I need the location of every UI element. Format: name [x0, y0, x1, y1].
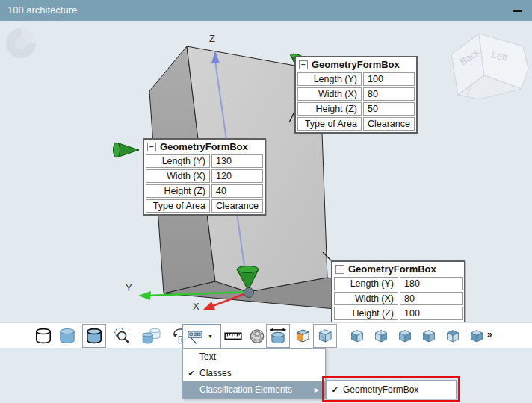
annotation-labels-dropdown-button[interactable]: ▼	[182, 324, 221, 349]
dropdown-arrow-icon: ▼	[208, 334, 213, 339]
submenu-item-label: GeometryFormBox	[343, 384, 418, 395]
table-row: Width (X)80	[297, 87, 415, 101]
box-transparent-button[interactable]	[313, 324, 337, 348]
ruler-measure-icon	[223, 326, 243, 346]
x-axis-arrowhead	[202, 302, 215, 310]
check-icon: ✔	[327, 385, 343, 395]
zoom-region-button[interactable]	[109, 324, 133, 348]
cylinder-dimension-icon	[268, 326, 288, 346]
cylinder-solid-icon	[58, 326, 77, 346]
callout3-title: GeometryFormBox	[348, 263, 436, 275]
cylinder-solid-outlined-icon	[84, 326, 104, 346]
cube-style-6-icon	[468, 327, 486, 345]
app-window: { "window": { "title": "100 architecture…	[0, 0, 532, 403]
callout2-header: − GeometryFormBox	[144, 140, 265, 153]
menu-item-classes[interactable]: ✔ Classes	[183, 365, 325, 381]
table-row: Height (Z)50	[297, 102, 415, 116]
cube-style-2-icon	[372, 327, 390, 345]
table-row: Type of AreaClearance	[146, 199, 263, 213]
cube-style-4-button[interactable]	[417, 324, 441, 348]
menu-item-classification-elements[interactable]: Classification Elements ▶	[183, 381, 325, 398]
table-row: Width (X)80	[334, 292, 463, 305]
transparency-cylinders-icon	[141, 326, 161, 346]
menu-item-label: Text	[200, 352, 216, 362]
submenu-item-geometryformbox[interactable]: ✔ GeometryFormBox	[327, 381, 456, 399]
cylinder-wireframe-icon	[34, 326, 53, 346]
cube-style-5-button[interactable]	[441, 324, 465, 348]
annotation-labels-icon	[185, 327, 205, 346]
callout1-header: − GeometryFormBox	[296, 57, 416, 71]
box-transparent-icon	[315, 326, 335, 346]
callout1-title: GeometryFormBox	[312, 59, 400, 70]
menu-item-text[interactable]: Text	[183, 349, 325, 365]
title-bar: 100 architecture	[0, 0, 532, 21]
y-axis-label: Y	[126, 282, 132, 293]
classification-elements-submenu: ✔ GeometryFormBox	[326, 380, 457, 399]
cylinder-solid-outlined-button[interactable]	[82, 324, 106, 348]
callout2-title: GeometryFormBox	[160, 141, 248, 152]
table-row: Length (Y)130	[146, 154, 263, 168]
table-row: Type of AreaClearance	[297, 117, 415, 131]
origin-sphere	[244, 288, 254, 298]
cube-style-2-button[interactable]	[369, 324, 393, 348]
callout1-rows: Length (Y)100 Width (X)80 Height (Z)50 T…	[296, 71, 416, 132]
box-solid-orange-button[interactable]	[291, 324, 315, 348]
window-title: 100 architecture	[7, 4, 77, 16]
check-icon: ✔	[183, 369, 200, 378]
labels-dropdown-menu: Text ✔ Classes Classification Elements ▶	[182, 348, 326, 399]
cube-style-3-button[interactable]	[393, 324, 417, 348]
table-row: Length (Y)100	[297, 72, 415, 86]
cube-style-4-icon	[420, 327, 438, 345]
bottom-toolbar: ▼	[0, 322, 532, 348]
ruler-measure-button[interactable]	[221, 324, 245, 348]
x-axis-label: X	[193, 301, 200, 312]
table-row: Height (Z)100	[334, 307, 463, 320]
cube-style-6-button[interactable]	[465, 324, 489, 348]
table-row: Width (X)120	[146, 169, 263, 183]
menu-item-label: Classification Elements	[200, 384, 292, 395]
box-solid-orange-icon	[293, 326, 312, 346]
y-axis-arrowhead	[138, 291, 151, 300]
submenu-arrow-icon: ▶	[315, 387, 319, 393]
callout3-header: − GeometryFormBox	[332, 262, 464, 275]
viewport-3d[interactable]: Back Left Bottom Z Y X	[0, 21, 532, 322]
callout2-rows: Length (Y)130 Width (X)120 Height (Z)40 …	[144, 153, 265, 214]
anchor-cone-left	[114, 143, 140, 157]
cube-style-5-icon	[444, 327, 462, 345]
cube-style-1-button[interactable]	[345, 324, 369, 348]
collapse-icon[interactable]: −	[335, 265, 344, 274]
zoom-region-icon	[111, 326, 131, 346]
cube-style-3-icon	[396, 327, 414, 345]
cylinder-solid-button[interactable]	[55, 324, 79, 348]
cube-style-1-icon	[348, 327, 366, 345]
callout-table-1: − GeometryFormBox Length (Y)100 Width (X…	[294, 56, 418, 134]
mesh-sphere-icon	[247, 326, 267, 346]
menu-item-label: Classes	[200, 368, 232, 378]
collapse-icon[interactable]: −	[147, 143, 156, 151]
cylinder-wireframe-button[interactable]	[31, 324, 55, 348]
table-row: Height (Z)40	[146, 184, 263, 198]
z-axis-label: Z	[209, 33, 215, 44]
cylinder-dimension-button[interactable]	[266, 324, 290, 348]
minimize-button[interactable]	[513, 10, 522, 12]
collapse-icon[interactable]: −	[299, 60, 308, 69]
callout-table-2: − GeometryFormBox Length (Y)130 Width (X…	[143, 138, 266, 216]
table-row: Length (Y)180	[334, 277, 463, 290]
transparency-cylinders-button[interactable]	[139, 324, 163, 348]
toolbar-overflow-button[interactable]: »	[487, 329, 492, 340]
